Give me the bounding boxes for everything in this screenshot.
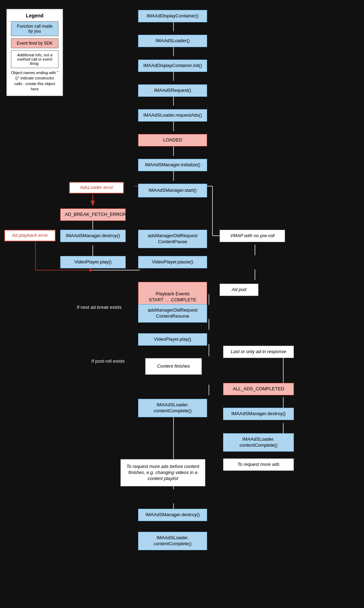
ima-ads-loader-content-complete-node: IMAAdSLoader.​contentComplete() [138, 399, 207, 417]
ima-display-container-init-node: IMAAd​DisplayContainer.init() [138, 60, 207, 72]
ima-ads-loader-content-complete2-node: IMAAdSLoader.​contentComplete() [223, 433, 294, 452]
content-finishes-node: Content finishes [145, 358, 202, 375]
legend-pink-item: Event fired by SDK [11, 38, 58, 48]
ads-manager-did-request-content-resume-node: adsManagerDidRequest​ContentResume [138, 304, 207, 323]
ima-ads-manager-destroy-node: IMAAdSManager.​destroy() [60, 230, 126, 242]
ima-display-container-node: IMAAd​DisplayContainer() [138, 10, 207, 22]
ima-ads-manager-start-node: IMAAdSManager.​start() [138, 184, 207, 197]
legend: Legend Function call made by you Event f… [6, 9, 63, 96]
loaded-node: LOADED [138, 134, 207, 146]
playback-events-node: Playback Events START . . .COMPLETE [138, 282, 207, 306]
video-player-play2-node: VideoPlayer.​play() [138, 333, 207, 346]
video-player-play-left-node: VideoPlayer.​play() [60, 256, 126, 268]
ads-manager-did-request-content-pause-node: adsManagerDidRequest​ContentPause [138, 230, 207, 248]
diagram-container: Legend Function call made by you Event f… [0, 0, 364, 608]
ima-ads-loader-content-complete3-node: IMAAdSLoader.​contentComplete() [138, 532, 207, 550]
all-ads-completed-node: ALL_ADS_COMPLETED [223, 383, 294, 395]
ima-ads-loader-request-node: IMAAdSLoader.​requestAds() [138, 109, 207, 122]
ima-ads-loader-node: IMAAdSLoader() [138, 35, 207, 47]
ima-ads-manager-destroy3-node: IMAAdSManager.​destroy() [138, 509, 207, 521]
if-next-ad-break-node: If next ad break exists [69, 304, 129, 311]
ads-loader-error-node: AdsLoader error [69, 182, 124, 194]
legend-note: Object names ending with "()" indicate c… [11, 70, 58, 92]
legend-title: Legend [11, 13, 58, 18]
to-request-more-ads-label-node: To request more ads [223, 458, 294, 471]
ad-pod-node: Ad pod [220, 284, 258, 296]
ad-break-fetch-error-node: AD_BREAK_FETCH_ERROR [60, 208, 126, 221]
ad-playback-error-node: Ad playback error [4, 230, 56, 241]
legend-blue-item: Function call made by you [11, 21, 58, 36]
vmap-no-preroll-node: VMAP with no pre-roll [220, 230, 285, 242]
to-request-more-before-content-node: To request more ads before content finis… [120, 459, 205, 486]
last-or-only-node: Last or only ad in response [223, 346, 294, 358]
video-player-pause-node: VideoPlayer.​pause() [138, 256, 207, 268]
ima-ads-request-node: IMAAdSRequest() [138, 84, 207, 97]
ima-ads-manager-destroy2-node: IMAAdSManager.​destroy() [223, 408, 294, 420]
if-post-roll-node: If post-roll exists [81, 358, 135, 364]
legend-italic-item: Additional info, not a method call or ev… [11, 50, 58, 68]
ima-ads-manager-init-node: IMAAdSManager.​initialize() [138, 159, 207, 171]
